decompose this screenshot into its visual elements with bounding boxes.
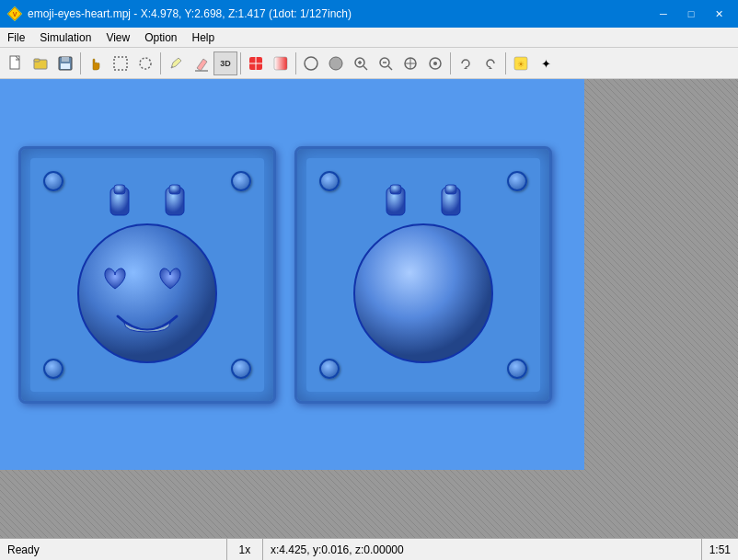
bolt-tl-left [43, 171, 63, 191]
emoji-svg-plain [331, 183, 515, 367]
bolt-tr-right [507, 171, 527, 191]
app-icon: V [7, 6, 22, 21]
bolt-bl-left [43, 359, 63, 379]
toolbar-separator-5 [450, 52, 451, 74]
svg-rect-7 [61, 63, 70, 69]
circle-filled-button[interactable] [324, 51, 348, 75]
card-inner-left [30, 158, 264, 392]
open-button[interactable] [29, 51, 52, 75]
svg-rect-6 [62, 57, 69, 62]
svg-point-9 [140, 58, 151, 69]
menu-bar: File Simulation View Option Help [0, 28, 738, 48]
menu-view[interactable]: View [98, 28, 137, 47]
brightness-button[interactable]: ☀ [509, 51, 533, 75]
svg-text:✦: ✦ [541, 57, 551, 71]
card-inner-right [306, 158, 540, 392]
svg-point-42 [354, 224, 492, 362]
svg-point-17 [329, 57, 342, 70]
menu-file[interactable]: File [0, 28, 32, 47]
svg-text:☀: ☀ [517, 60, 525, 69]
toolbar-separator-4 [295, 52, 296, 74]
menu-simulation[interactable]: Simulation [32, 28, 98, 47]
menu-help[interactable]: Help [185, 28, 223, 47]
close-button[interactable]: ✕ [707, 5, 731, 23]
gradient-button[interactable] [269, 51, 293, 75]
emoji-card-plain [294, 146, 552, 404]
status-ready-text: Ready [0, 543, 226, 556]
svg-point-16 [305, 57, 317, 70]
pencil-button[interactable] [164, 51, 188, 75]
bolt-tl-right [319, 171, 340, 191]
bolt-br-right [507, 359, 527, 379]
menu-option[interactable]: Option [137, 28, 184, 47]
bolt-bl-right [319, 359, 340, 379]
status-time: 1:51 [702, 539, 738, 560]
svg-rect-40 [390, 185, 401, 194]
emoji-svg-love [55, 183, 239, 367]
zoom-in-button[interactable] [349, 51, 373, 75]
toolbar-separator-3 [240, 52, 241, 74]
window-title: emoji-eyes-heart.mpj - X:4.978, Y:2.698,… [28, 7, 652, 20]
bolt-tr-left [231, 171, 251, 191]
status-bar: Ready 1x x:4.425, y:0.016, z:0.00000 1:5… [0, 538, 738, 560]
status-coords: x:4.425, y:0.016, z:0.00000 [263, 539, 702, 560]
minimize-button[interactable]: ─ [652, 5, 675, 23]
toolbar-separator-2 [160, 52, 161, 74]
3d-view-button[interactable]: 3D [213, 51, 237, 75]
svg-rect-35 [114, 185, 125, 194]
color-button[interactable] [244, 51, 268, 75]
toolbar-separator-1 [80, 52, 81, 74]
svg-line-19 [363, 66, 367, 70]
canvas-area[interactable] [0, 79, 738, 538]
eraser-button[interactable] [189, 51, 213, 75]
window-controls: ─ □ ✕ [652, 5, 731, 23]
new-button[interactable] [4, 51, 28, 75]
svg-line-23 [388, 66, 392, 70]
hand-tool-button[interactable] [84, 51, 108, 75]
pan-button[interactable] [398, 51, 422, 75]
svg-text:V: V [13, 11, 17, 17]
emoji-card-love-eyes [18, 146, 276, 404]
select-circle-button[interactable] [133, 51, 157, 75]
maximize-button[interactable]: □ [679, 5, 703, 23]
title-bar: V emoji-eyes-heart.mpj - X:4.978, Y:2.69… [0, 0, 738, 28]
svg-rect-4 [34, 59, 40, 62]
zoom-out-button[interactable] [374, 51, 398, 75]
svg-rect-36 [169, 185, 180, 194]
main-content [0, 79, 738, 538]
svg-rect-15 [274, 57, 287, 70]
svg-point-29 [433, 62, 437, 65]
svg-rect-8 [114, 57, 127, 70]
svg-point-37 [78, 224, 216, 362]
scene [0, 79, 584, 470]
fit-button[interactable] [423, 51, 447, 75]
toolbar: 3D ☀ ✦ [0, 48, 738, 79]
svg-rect-41 [445, 185, 456, 194]
rotate-ccw-button[interactable] [479, 51, 502, 75]
sparkle-button[interactable]: ✦ [534, 51, 558, 75]
viewport [0, 79, 584, 470]
save-button[interactable] [53, 51, 77, 75]
zoom-circle-button[interactable] [299, 51, 323, 75]
toolbar-separator-6 [505, 52, 506, 74]
rotate-cw-button[interactable] [454, 51, 478, 75]
status-zoom: 1x [226, 539, 263, 560]
bolt-br-left [231, 359, 251, 379]
select-rect-button[interactable] [109, 51, 133, 75]
